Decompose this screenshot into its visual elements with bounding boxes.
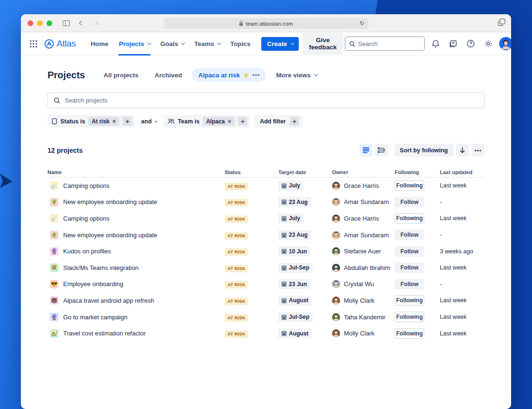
table-row[interactable]: 🌵 New employee onboarding update AT RISK…	[48, 194, 484, 211]
follow-button[interactable]: Follow	[395, 197, 424, 207]
owner-cell[interactable]: Amar Sundaram	[332, 198, 395, 206]
follow-button[interactable]: Follow	[395, 230, 424, 240]
add-status-value-button[interactable]: +	[123, 117, 132, 126]
tab-all-projects[interactable]: All projects	[97, 68, 145, 82]
tab-more-icon[interactable]: •••	[253, 72, 260, 78]
project-name[interactable]: Go to market campaign	[63, 314, 127, 321]
table-row[interactable]: ☄️ Camping options AT RISK July Grace Ha…	[48, 210, 484, 227]
help-icon[interactable]	[464, 37, 477, 50]
settings-gear-icon[interactable]	[482, 37, 495, 50]
project-name[interactable]: Travel cost estimation refactor	[63, 330, 146, 337]
tab-archived[interactable]: Archived	[148, 68, 188, 82]
nav-item-projects[interactable]: Projects	[114, 32, 155, 56]
last-updated: Last week	[440, 297, 484, 304]
project-search-input[interactable]	[65, 97, 478, 104]
nav-item-goals[interactable]: Goals	[155, 32, 190, 56]
project-name[interactable]: Camping options	[63, 182, 110, 189]
project-name-cell[interactable]: ☄️ Camping options	[48, 181, 225, 190]
nav-item-topics[interactable]: Topics	[225, 32, 256, 56]
timeline-view-button[interactable]	[375, 144, 388, 157]
table-row[interactable]: 💐 Slack/Ms Teams integration AT RISK Jul…	[48, 260, 484, 276]
team-filter-group[interactable]: Team is Alpaca× +	[163, 115, 250, 128]
star-icon[interactable]: ★	[243, 71, 249, 79]
project-name[interactable]: Kudos on profiles	[63, 248, 111, 255]
sort-button[interactable]: Sort by following	[395, 144, 453, 157]
global-search[interactable]	[345, 37, 425, 51]
atlas-logo[interactable]: Atlas	[44, 38, 76, 49]
project-name-cell[interactable]: 🐻 Alpaca travel android app refresh	[48, 296, 225, 305]
filter-conjunction[interactable]: and	[139, 118, 159, 125]
tab-more-views[interactable]: More views	[270, 68, 323, 82]
project-name[interactable]: Employee onboarding	[63, 280, 123, 288]
tab-overview-icon[interactable]	[498, 19, 505, 28]
owner-cell[interactable]: Grace Harris	[332, 214, 395, 223]
forward-icon[interactable]	[89, 18, 102, 29]
project-name[interactable]: Camping options	[63, 215, 110, 222]
nav-item-home[interactable]: Home	[86, 32, 114, 56]
add-filter-button[interactable]: Add filter+	[255, 115, 303, 128]
project-name-cell[interactable]: 🌵 New employee onboarding update	[48, 231, 225, 239]
status-filter-chip[interactable]: At risk×	[88, 117, 119, 126]
status-badge: AT RISK	[225, 199, 248, 206]
list-view-button[interactable]	[360, 144, 372, 157]
add-team-value-button[interactable]: +	[238, 117, 247, 126]
owner-cell[interactable]: Abdullah Ibrahim	[332, 264, 395, 272]
follow-button[interactable]: Follow	[395, 279, 424, 289]
app-switcher-icon[interactable]	[29, 40, 38, 48]
project-name[interactable]: Slack/Ms Teams integration	[63, 264, 139, 271]
back-icon[interactable]	[75, 18, 87, 29]
project-search[interactable]	[48, 93, 484, 108]
give-feedback-button[interactable]: Give feedback	[303, 33, 343, 55]
project-name[interactable]: New employee onboarding update	[63, 198, 157, 205]
close-window-button[interactable]	[28, 20, 33, 26]
project-name-cell[interactable]: 💐 Slack/Ms Teams integration	[48, 263, 225, 272]
follow-button[interactable]: Following	[395, 295, 424, 306]
global-search-input[interactable]	[358, 40, 415, 47]
user-avatar[interactable]	[499, 37, 511, 50]
status-filter-group[interactable]: Status is At risk× +	[48, 115, 134, 128]
nav-item-teams[interactable]: Teams	[189, 32, 225, 56]
owner-cell[interactable]: Taha Kandemir	[332, 313, 395, 321]
follow-button[interactable]: Following	[395, 213, 424, 223]
table-row[interactable]: 🥑 Travel cost estimation refactor AT RIS…	[48, 325, 484, 342]
remove-filter-icon[interactable]: ×	[228, 118, 231, 125]
more-options-button[interactable]: •••	[472, 144, 484, 157]
table-row[interactable]: 🔮 Go to market campaign AT RISK Jul-Sep …	[48, 309, 484, 325]
owner-cell[interactable]: Grace Harris	[332, 182, 395, 190]
table-row[interactable]: 😎 Employee onboarding AT RISK 23 Jun Cry…	[48, 276, 484, 293]
tab-alpaca-at-risk[interactable]: Alpaca at risk★•••	[192, 68, 266, 82]
notifications-icon[interactable]	[429, 37, 442, 50]
follow-button[interactable]: Following	[395, 312, 424, 322]
project-name[interactable]: New employee onboarding update	[63, 232, 157, 239]
project-name-cell[interactable]: ☄️ Camping options	[48, 214, 225, 223]
project-name-cell[interactable]: 😎 Employee onboarding	[48, 280, 225, 288]
follow-button[interactable]: Following	[395, 180, 424, 191]
reload-icon[interactable]: ↻	[360, 20, 364, 27]
sidebar-toggle-icon[interactable]	[60, 18, 72, 29]
minimize-window-button[interactable]	[37, 20, 43, 26]
owner-cell[interactable]: Molly Clark	[332, 329, 395, 337]
owner-cell[interactable]: Amar Sundaram	[332, 231, 395, 239]
address-bar[interactable]: team.atlassian.com ↻	[163, 18, 369, 29]
sort-direction-button[interactable]	[456, 144, 469, 157]
follow-button[interactable]: Follow	[395, 262, 424, 273]
project-name-cell[interactable]: 🌵 New employee onboarding update	[48, 198, 225, 206]
project-name[interactable]: Alpaca travel android app refresh	[63, 297, 154, 304]
owner-cell[interactable]: Crystal Wu	[332, 280, 395, 288]
table-row[interactable]: 🔮 Kudos on profiles AT RISK 10 Jun Stefa…	[48, 243, 484, 260]
remove-filter-icon[interactable]: ×	[112, 118, 116, 125]
zoom-window-button[interactable]	[47, 20, 52, 26]
owner-cell[interactable]: Molly Clark	[332, 297, 395, 305]
table-row[interactable]: 🐻 Alpaca travel android app refresh AT R…	[48, 292, 484, 309]
follow-button[interactable]: Following	[395, 328, 424, 339]
owner-cell[interactable]: Stefanie Auer	[332, 247, 395, 255]
create-button[interactable]: Create	[261, 37, 299, 51]
project-name-cell[interactable]: 🔮 Go to market campaign	[48, 313, 225, 321]
follow-button[interactable]: Follow	[395, 246, 424, 257]
project-name-cell[interactable]: 🔮 Kudos on profiles	[48, 247, 225, 256]
whats-new-icon[interactable]	[446, 37, 460, 50]
table-row[interactable]: ☄️ Camping options AT RISK July Grace Ha…	[48, 177, 484, 194]
table-row[interactable]: 🌵 New employee onboarding update AT RISK…	[48, 227, 484, 243]
project-name-cell[interactable]: 🥑 Travel cost estimation refactor	[48, 329, 225, 338]
team-filter-chip[interactable]: Alpaca×	[203, 117, 235, 126]
